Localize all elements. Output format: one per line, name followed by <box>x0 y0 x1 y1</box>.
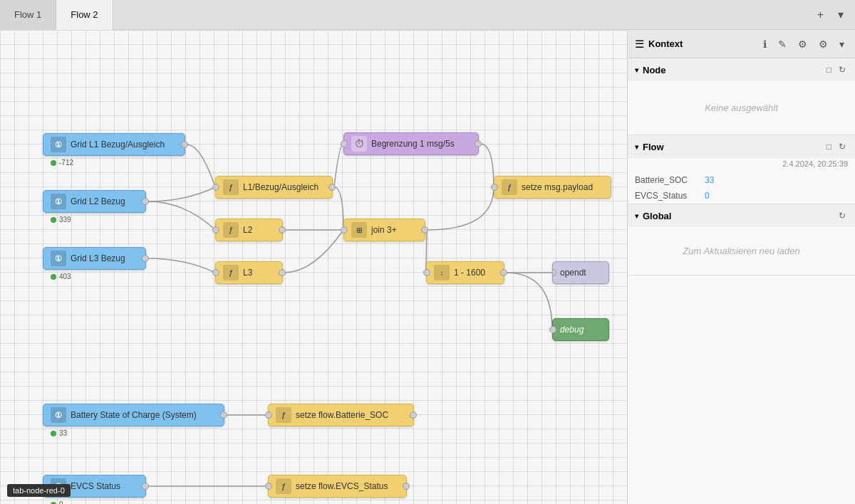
node-grid-l3[interactable]: ① Grid L3 Bezug 403 <box>43 247 146 270</box>
sidebar-header: ☰ Kontext ℹ ✎ ⚙ ⚙ ▾ <box>628 30 855 58</box>
port-begrenzung-right <box>475 140 482 147</box>
port-opendt-left <box>552 269 556 276</box>
node-setze-batterie[interactable]: ƒ setze flow.Batterie_SOC <box>268 404 414 426</box>
func-icon-l1: ƒ <box>223 179 239 195</box>
port-range-right <box>500 269 507 276</box>
section-node-label: Node <box>643 65 666 75</box>
no-selection-text: Keine ausgewählt <box>635 88 848 127</box>
label-setze-batterie: setze flow.Batterie_SOC <box>296 410 388 420</box>
kv-row-batterie: Batterie_SOC 33 <box>628 172 855 188</box>
node-grid-l2[interactable]: ① Grid L2 Bezug 339 <box>43 190 146 213</box>
chevron-flow: ▾ <box>635 143 638 151</box>
port-join-left <box>341 226 348 233</box>
section-flow-header[interactable]: ▾ Flow □ ↻ <box>628 135 855 158</box>
tab-actions: + ▾ <box>813 6 855 23</box>
node-grid-l1[interactable]: ① Grid L1 Bezug/Ausgleich -712 <box>43 133 185 156</box>
flow-section-actions: □ ↻ <box>824 141 848 152</box>
section-global-body: Zum Aktualisieren neu laden <box>628 227 855 275</box>
tab-dropdown-button[interactable]: ▾ <box>834 6 848 23</box>
port-setze-batterie-right <box>410 411 417 419</box>
icon-battery: ① <box>51 407 66 423</box>
badge-battery: 33 <box>51 429 67 437</box>
port-join-right <box>421 226 428 233</box>
node-refresh-btn[interactable]: ↻ <box>836 64 848 75</box>
node-opendt[interactable]: opendt Verbunde <box>552 261 609 284</box>
icon-begrenzung: ⏱ <box>351 136 367 152</box>
port-range-left <box>423 269 430 276</box>
dot-l2 <box>51 217 56 223</box>
node-begrenzung[interactable]: ⏱ Begrenzung 1 msg/5s <box>343 132 479 155</box>
kv-val-evcs[interactable]: 0 <box>705 191 710 201</box>
icon-range: ↕ <box>434 265 450 280</box>
label-l1-func: L1/Bezug/Ausgleich <box>243 182 318 192</box>
port-l2func-right <box>279 226 286 233</box>
badge-evcs: 0 <box>51 500 63 504</box>
sidebar-collapse-btn[interactable]: ▾ <box>836 37 848 51</box>
add-tab-button[interactable]: + <box>813 7 828 23</box>
kv-row-evcs: EVCS_Status 0 <box>628 188 855 204</box>
func-icon-l3: ƒ <box>223 265 239 280</box>
section-node-header[interactable]: ▾ Node □ ↻ <box>628 58 855 81</box>
port-setze-payload-left <box>491 184 498 191</box>
icon-setze-batterie: ƒ <box>276 407 291 423</box>
node-battery-soc[interactable]: ① Battery State of Charge (System) 33 <box>43 404 224 426</box>
node-label-l2: Grid L2 Bezug <box>71 196 125 206</box>
port-l3-right <box>142 255 149 262</box>
kv-val-batterie[interactable]: 33 <box>705 175 714 185</box>
port-l3func-left <box>212 269 219 276</box>
tab-flow1[interactable]: Flow 1 <box>0 0 56 30</box>
dot-l3 <box>51 274 56 280</box>
node-minimize-btn[interactable]: □ <box>824 64 834 75</box>
dot-l1 <box>51 160 56 166</box>
port-l2func-left <box>212 226 219 233</box>
flow-refresh-btn[interactable]: ↻ <box>836 141 848 152</box>
canvas-area[interactable]: ① Grid L1 Bezug/Ausgleich -712 ① Grid L2… <box>0 30 627 504</box>
section-flow-label: Flow <box>643 142 664 152</box>
port-begrenzung-left <box>341 140 348 147</box>
main-layout: ① Grid L1 Bezug/Ausgleich -712 ① Grid L2… <box>0 30 855 504</box>
port-debug-left <box>549 326 556 333</box>
node-l1-func[interactable]: ƒ L1/Bezug/Ausgleich <box>215 176 333 199</box>
label-begrenzung: Begrenzung 1 msg/5s <box>371 139 455 149</box>
port-l1-right <box>181 141 188 148</box>
label-battery: Battery State of Charge (System) <box>71 410 197 420</box>
sidebar-stack-icon: ☰ <box>635 38 644 51</box>
section-node-body: Keine ausgewählt <box>628 81 855 135</box>
dot-battery <box>51 431 56 436</box>
sidebar-edit-btn[interactable]: ✎ <box>774 37 790 51</box>
sidebar-settings-btn[interactable]: ⚙ <box>815 37 831 51</box>
sidebar-info-btn[interactable]: ℹ <box>760 37 770 51</box>
port-evcs-right <box>142 483 149 490</box>
sidebar: ☰ Kontext ℹ ✎ ⚙ ⚙ ▾ ▾ Node □ ↻ Keine aus… <box>627 30 855 504</box>
sidebar-filter-btn[interactable]: ⚙ <box>794 37 811 51</box>
dot-evcs <box>51 502 56 505</box>
label-evcs: EVCS Status <box>71 481 120 491</box>
node-range[interactable]: ↕ 1 - 1600 <box>426 261 504 284</box>
section-global: ▾ Global ↻ Zum Aktualisieren neu laden <box>628 204 855 275</box>
global-refresh-btn[interactable]: ↻ <box>836 210 848 221</box>
node-l3-func[interactable]: ƒ L3 <box>215 261 283 284</box>
port-l3func-right <box>279 269 286 276</box>
port-setze-evcs-right <box>403 483 410 490</box>
port-l2-right <box>142 198 149 205</box>
label-setze-evcs: setze flow.EVCS_Status <box>296 481 388 491</box>
node-join[interactable]: ⊞ join 3+ <box>343 219 425 241</box>
badge-l1: -712 <box>51 159 73 167</box>
node-icon-l2: ① <box>51 194 66 209</box>
global-refresh-text: Zum Aktualisieren neu laden <box>635 234 848 268</box>
port-l1func-left <box>212 184 219 191</box>
flow-minimize-btn[interactable]: □ <box>824 141 834 152</box>
tab-flow2[interactable]: Flow 2 <box>56 0 113 30</box>
section-global-header[interactable]: ▾ Global ↻ <box>628 204 855 227</box>
node-setze-evcs[interactable]: ƒ setze flow.EVCS_Status <box>268 475 407 498</box>
port-setze-evcs-left <box>265 483 272 490</box>
label-join: join 3+ <box>371 225 397 235</box>
node-setze-payload[interactable]: ƒ setze msg.payload <box>494 176 611 199</box>
flow-meta: 2.4.2024, 20:25:39 <box>628 158 855 172</box>
label-debug: debug <box>560 325 584 335</box>
badge-l3: 403 <box>51 273 71 280</box>
node-l2-func[interactable]: ƒ L2 <box>215 219 283 241</box>
port-battery-right <box>220 411 227 419</box>
node-debug[interactable]: debug <box>552 318 609 341</box>
label-l2-func: L2 <box>243 225 252 235</box>
